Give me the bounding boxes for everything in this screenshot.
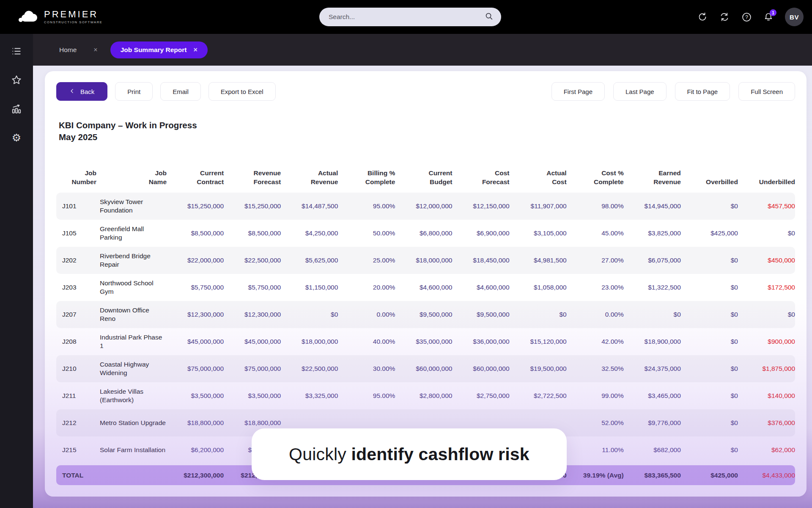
cell-underbilled: $172,500 [741, 284, 795, 291]
report-toolbar: Back Print Email Export to Excel First P… [56, 82, 795, 101]
table-row: J211Lakeside Villas (Earthwork)$3,500,00… [56, 382, 795, 409]
col-header-revenue_forecast: RevenueForecast [227, 168, 281, 187]
cell-overbilled: $0 [684, 446, 738, 454]
tab-job-summary-close-icon[interactable]: × [193, 46, 197, 54]
cell-earned_revenue: $24,375,000 [627, 365, 681, 373]
cell-actual_cost: $15,120,000 [513, 338, 567, 345]
help-icon[interactable]: ? [741, 11, 752, 22]
cell-underbilled: $900,000 [741, 338, 795, 345]
cell-revenue_forecast: $5,750,000 [227, 284, 281, 291]
cell-job_number: J105 [56, 229, 96, 237]
cell-current_contract: $212,300,000 [170, 472, 224, 479]
tab-job-summary-report[interactable]: Job Summary Report × [110, 41, 208, 58]
tab-home-close-icon[interactable]: × [93, 46, 97, 54]
cell-cost_pct_complete: 27.00% [570, 257, 624, 264]
top-header: PREMIER CONSTRUCTION SOFTWARE ? [0, 0, 812, 34]
search-input[interactable] [329, 13, 484, 21]
user-avatar[interactable]: BV [785, 8, 804, 26]
col-header-job_name: JobName [100, 168, 167, 187]
cell-billing_pct_complete: 30.00% [341, 365, 395, 373]
cell-billing_pct_complete: 0.00% [341, 311, 395, 318]
cell-underbilled: $457,500 [741, 202, 795, 210]
col-header-billing_pct_complete: Billing %Complete [341, 168, 395, 187]
cell-cost_forecast: $2,750,000 [455, 392, 509, 400]
notifications-bell-icon[interactable]: 1 [763, 11, 774, 22]
cell-actual_revenue: $3,325,000 [284, 392, 338, 400]
table-row: J210Coastal Highway Widening$75,000,000$… [56, 355, 795, 382]
cell-job_name: Greenfield Mall Parking [100, 225, 167, 242]
export-to-excel-button[interactable]: Export to Excel [208, 82, 276, 101]
tab-home[interactable]: Home × [59, 46, 98, 54]
reports-chart-icon[interactable] [11, 103, 22, 114]
cell-actual_cost: $19,500,000 [513, 365, 567, 373]
cell-job_number: J202 [56, 257, 96, 264]
cell-actual_revenue: $5,625,000 [284, 257, 338, 264]
back-button[interactable]: Back [56, 82, 107, 101]
cell-underbilled: $1,875,000 [741, 365, 795, 373]
cell-overbilled: $0 [684, 419, 738, 427]
cell-overbilled: $0 [684, 202, 738, 210]
cell-earned_revenue: $9,776,000 [627, 419, 681, 427]
fit-to-page-button[interactable]: Fit to Page [675, 82, 730, 101]
cell-current_budget: $6,800,000 [398, 229, 452, 237]
search-icon[interactable] [484, 11, 494, 22]
cell-underbilled: $376,000 [741, 419, 795, 427]
tab-home-label: Home [59, 46, 77, 54]
cell-current_contract: $45,000,000 [170, 338, 224, 345]
report-title: KBI Company – Work in Progress [59, 119, 795, 132]
cell-earned_revenue: $3,465,000 [627, 392, 681, 400]
cell-cost_forecast: $9,500,000 [455, 311, 509, 318]
cell-current_budget: $18,000,000 [398, 257, 452, 264]
cell-cost_forecast: $60,000,000 [455, 365, 509, 373]
logo-title: PREMIER [44, 10, 102, 19]
tab-job-summary-label: Job Summary Report [121, 46, 187, 54]
cell-earned_revenue: $6,075,000 [627, 257, 681, 264]
menu-list-icon[interactable] [11, 46, 22, 57]
cell-actual_revenue: $4,250,000 [284, 229, 338, 237]
col-header-earned_revenue: EarnedRevenue [627, 168, 681, 187]
print-button[interactable]: Print [115, 82, 153, 101]
left-sidebar: ⚙ [0, 34, 33, 508]
table-row: J105Greenfield Mall Parking$8,500,000$8,… [56, 220, 795, 247]
cell-earned_revenue: $682,000 [627, 446, 681, 454]
col-header-current_budget: CurrentBudget [398, 168, 452, 187]
table-header-row: JobNumberJobNameCurrentContractRevenueFo… [56, 168, 795, 187]
cell-cost_forecast: $18,450,000 [455, 257, 509, 264]
table-row: J202Riverbend Bridge Repair$22,000,000$2… [56, 247, 795, 274]
cell-current_contract: $8,500,000 [170, 229, 224, 237]
cell-cost_forecast: $12,150,000 [455, 202, 509, 210]
cell-job_number: J211 [56, 392, 96, 400]
full-screen-button[interactable]: Full Screen [738, 82, 795, 101]
cell-cost_pct_complete: 0.00% [570, 311, 624, 318]
cell-current_contract: $15,250,000 [170, 202, 224, 210]
table-row: J203Northwood School Gym$5,750,000$5,750… [56, 274, 795, 301]
cell-job_name: Solar Farm Installation [100, 446, 167, 454]
settings-gear-icon[interactable]: ⚙ [11, 132, 22, 143]
last-page-button[interactable]: Last Page [613, 82, 667, 101]
sync-icon[interactable] [719, 11, 730, 22]
col-header-underbilled: Underbilled [741, 168, 795, 187]
col-header-job_number: JobNumber [56, 168, 96, 187]
cell-earned_revenue: $3,825,000 [627, 229, 681, 237]
cell-cost_forecast: $6,900,000 [455, 229, 509, 237]
email-button[interactable]: Email [160, 82, 201, 101]
favorites-star-icon[interactable] [11, 75, 22, 86]
cell-job_name: Riverbend Bridge Repair [100, 252, 167, 269]
cell-job_name: Industrial Park Phase 1 [100, 333, 167, 351]
cell-actual_revenue: $14,487,500 [284, 202, 338, 210]
cell-billing_pct_complete: 95.00% [341, 202, 395, 210]
cell-current_contract: $5,750,000 [170, 284, 224, 291]
cell-current_contract: $75,000,000 [170, 365, 224, 373]
refresh-icon[interactable] [697, 11, 708, 22]
cell-overbilled: $0 [684, 284, 738, 291]
cell-job_number: J215 [56, 446, 96, 454]
cell-job_number: J207 [56, 311, 96, 318]
overlay-text: Quickly identify cashflow risk [289, 444, 529, 464]
cell-current_contract: $12,300,000 [170, 311, 224, 318]
cell-actual_cost: $2,722,500 [513, 392, 567, 400]
cell-job_name: Coastal Highway Widening [100, 360, 167, 378]
global-search[interactable] [319, 8, 501, 26]
col-header-cost_pct_complete: Cost %Complete [570, 168, 624, 187]
table-row: J207Downtown Office Reno$12,300,000$12,3… [56, 301, 795, 328]
first-page-button[interactable]: First Page [551, 82, 605, 101]
